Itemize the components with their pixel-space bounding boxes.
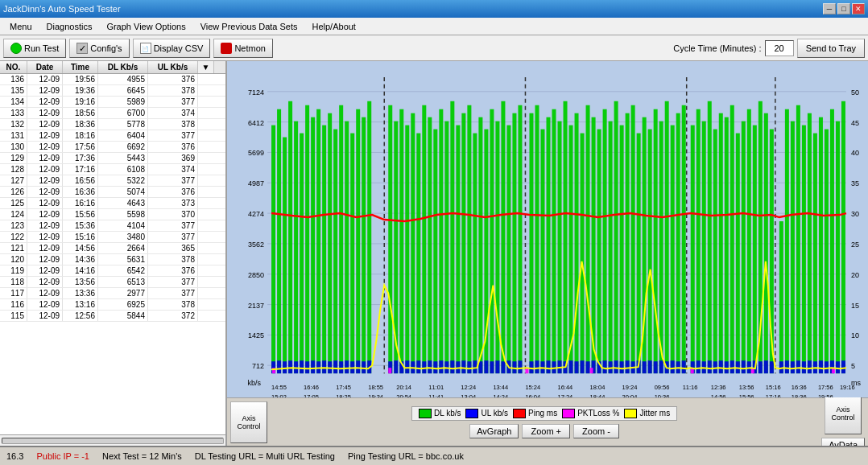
table-cell: 128	[0, 164, 27, 175]
table-row[interactable]: 13312-0918:566700374	[0, 108, 225, 119]
display-csv-button[interactable]: 📄 Display CSV	[133, 39, 211, 58]
send-to-tray-button[interactable]: Send to Tray	[797, 39, 865, 58]
table-cell: 132	[0, 119, 27, 130]
cycle-time-label: Cycle Time (Minutes) :	[673, 43, 761, 53]
svg-text:17:45: 17:45	[336, 384, 351, 391]
table-cell: 13:56	[63, 277, 98, 287]
menu-view-previous[interactable]: View Previous Data Sets	[194, 20, 304, 33]
table-cell: 6692	[98, 142, 148, 152]
svg-rect-132	[836, 121, 840, 374]
table-row[interactable]: 13112-0918:166404377	[0, 130, 225, 142]
svg-rect-205	[696, 360, 701, 373]
table-row[interactable]: 12712-0916:565322377	[0, 175, 225, 187]
table-cell: 12-09	[27, 187, 63, 197]
svg-rect-112	[719, 113, 723, 373]
svg-rect-149	[356, 360, 360, 373]
table-cell: 17:56	[63, 142, 98, 152]
table-cell: 15:36	[63, 220, 98, 231]
table-row[interactable]: 11612-0913:166925378	[0, 299, 225, 311]
svg-rect-98	[637, 134, 641, 374]
table-row[interactable]: 12612-0916:365074376	[0, 187, 225, 198]
svg-text:kb/s: kb/s	[248, 379, 262, 387]
table-cell: 374	[148, 108, 198, 118]
svg-rect-135	[277, 360, 281, 373]
table-row[interactable]: 11912-0914:166542376	[0, 265, 225, 277]
svg-text:17:05: 17:05	[304, 393, 319, 397]
netmon-label: Netmon	[234, 43, 266, 53]
svg-rect-159	[428, 360, 432, 373]
table-cell: 12-09	[27, 277, 63, 287]
cycle-time-input[interactable]	[765, 40, 794, 56]
table-row[interactable]: 12912-0917:365443369	[0, 153, 225, 164]
table-row[interactable]: 12812-0917:166108374	[0, 164, 225, 175]
table-row[interactable]: 11512-0912:565844372	[0, 311, 225, 322]
svg-rect-141	[311, 360, 315, 373]
zoom-out-button[interactable]: Zoom -	[573, 424, 619, 438]
table-row[interactable]: 12212-0915:163480377	[0, 232, 225, 243]
table-cell: 5989	[98, 97, 148, 107]
svg-text:20:14: 20:14	[396, 384, 411, 391]
svg-text:17:56: 17:56	[818, 384, 833, 391]
pktloss-label: PKTLoss %	[577, 409, 619, 418]
svg-text:712: 712	[252, 362, 264, 370]
minimize-button[interactable]: ─	[823, 3, 836, 14]
menu-graph-view-options[interactable]: Graph View Options	[100, 20, 192, 33]
close-button[interactable]: ✕	[852, 3, 865, 14]
table-cell: 5844	[98, 311, 148, 321]
zoom-in-button[interactable]: Zoom +	[522, 424, 570, 438]
table-row[interactable]: 12012-0914:365631378	[0, 254, 225, 265]
table-row[interactable]: 13512-0919:366645378	[0, 85, 225, 97]
hscroll-track[interactable]	[2, 438, 224, 444]
table-row[interactable]: 12312-0915:364104377	[0, 220, 225, 232]
svg-rect-69	[467, 105, 471, 373]
public-ip-label: Public IP = -1	[36, 451, 89, 461]
svg-rect-50	[345, 121, 349, 374]
table-cell: 376	[148, 142, 198, 152]
table-row[interactable]: 11712-0913:362977377	[0, 288, 225, 299]
run-test-label: Run Test	[24, 43, 59, 53]
table-row[interactable]: 12412-0915:565598370	[0, 209, 225, 220]
table-cell: 12-09	[27, 209, 63, 220]
svg-rect-118	[753, 126, 757, 374]
maximize-button[interactable]: □	[837, 3, 850, 14]
table-cell: 14:16	[63, 265, 98, 276]
table-cell: 12-09	[27, 254, 63, 265]
svg-text:11:16: 11:16	[683, 384, 698, 391]
run-test-button[interactable]: Run Test	[3, 39, 66, 58]
table-cell: 372	[148, 311, 198, 321]
avg-graph-button[interactable]: AvGraph	[469, 424, 519, 438]
table-row[interactable]: 12512-0916:164643373	[0, 198, 225, 209]
svg-rect-175	[518, 360, 522, 373]
table-row[interactable]: 13212-0918:365778378	[0, 119, 225, 130]
menu-menu[interactable]: Menu	[3, 20, 39, 33]
svg-rect-184	[575, 361, 579, 373]
table-body[interactable]: 13612-0919:56495537613512-0919:366645378…	[0, 74, 225, 434]
svg-text:18:25: 18:25	[336, 393, 351, 397]
table-cell: 19:36	[63, 85, 98, 96]
dl-label: DL kb/s	[434, 409, 461, 418]
table-header: NO. Date Time DL Kb/s UL Kb/s ▼	[0, 61, 225, 74]
axis-control-right-button[interactable]: AxisControl	[825, 393, 862, 434]
table-row[interactable]: 13412-0919:165989377	[0, 97, 225, 108]
table-hscroll[interactable]	[0, 434, 225, 446]
table-row[interactable]: 13612-0919:564955376	[0, 74, 225, 85]
table-row[interactable]: 12112-0914:562664365	[0, 243, 225, 254]
svg-rect-46	[322, 126, 326, 374]
svg-text:16:44: 16:44	[558, 384, 573, 391]
table-cell: 6513	[98, 277, 148, 287]
table-row[interactable]: 11812-0913:566513377	[0, 277, 225, 288]
svg-text:15:56: 15:56	[739, 393, 754, 397]
netmon-button[interactable]: Netmon	[213, 39, 273, 58]
av-data-button[interactable]: AvData	[821, 438, 865, 446]
svg-rect-207	[708, 360, 712, 373]
table-row[interactable]: 13012-0917:566692376	[0, 142, 225, 153]
configs-button[interactable]: ✓ Config's	[69, 39, 129, 58]
table-cell: 376	[148, 74, 198, 84]
table-cell: 376	[148, 187, 198, 197]
menu-help-about[interactable]: Help/About	[306, 20, 362, 33]
svg-rect-94	[614, 101, 618, 373]
axis-control-left-button[interactable]: AxisControl	[230, 401, 267, 443]
svg-rect-42	[300, 134, 304, 374]
svg-text:20:54: 20:54	[396, 393, 411, 397]
menu-diagnostics[interactable]: Diagnostics	[40, 20, 99, 33]
